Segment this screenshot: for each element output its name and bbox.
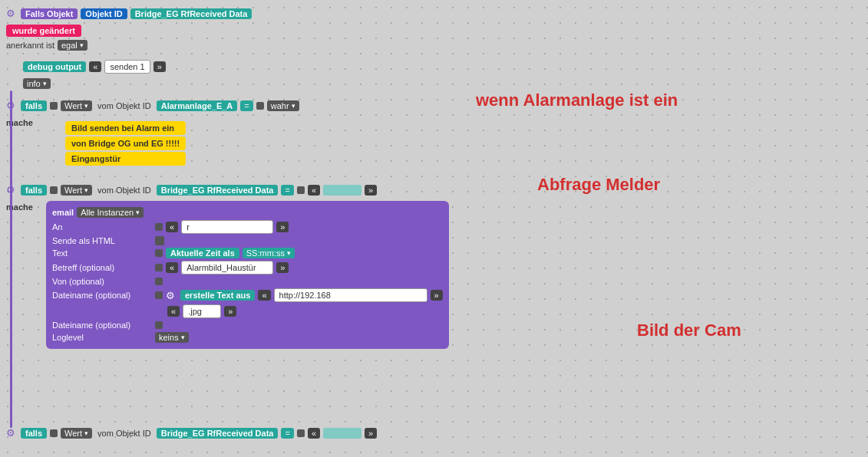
bridge-eg-data[interactable]: Bridge_EG RfReceived Data bbox=[157, 185, 279, 196]
email-label: email bbox=[52, 208, 74, 217]
quote-close-2: » bbox=[365, 185, 377, 196]
debug-output-row: debug output « senden 1 » bbox=[23, 60, 166, 74]
eingangstur-text: Eingangstür bbox=[71, 154, 120, 163]
falls2-label: falls bbox=[21, 185, 47, 196]
quote-open-3: « bbox=[308, 428, 320, 439]
connector-6 bbox=[155, 249, 163, 257]
falls2-row: ⚙ falls Wert vom Objekt ID Bridge_EG RfR… bbox=[6, 184, 377, 196]
vom-objekt-id-label3: vom Objekt ID bbox=[97, 429, 151, 438]
von-optional-row: Von (optional) bbox=[52, 277, 443, 286]
connector-5 bbox=[155, 223, 163, 231]
an-value[interactable]: r bbox=[181, 220, 273, 234]
bridge-value-empty2 bbox=[323, 428, 361, 439]
connector-3 bbox=[50, 186, 58, 194]
gear-icon-5: ⚙ bbox=[6, 427, 15, 439]
anerkannt-ist-row: anerkannt ist egal bbox=[6, 40, 87, 51]
anerkannt-dropdown[interactable]: egal bbox=[58, 40, 87, 51]
objekt-id-value[interactable]: Bridge_EG RfReceived Data bbox=[130, 8, 252, 19]
wurde-geaendert-row: wurde geändert bbox=[6, 25, 81, 37]
falls3-label: falls bbox=[21, 428, 47, 439]
quote-close-betreff: » bbox=[276, 262, 289, 273]
erstelle-text-label: erstelle Text aus bbox=[180, 290, 255, 301]
keins-dropdown[interactable]: keins bbox=[155, 332, 189, 343]
aktuelle-zeit-label: Aktuelle Zeit als bbox=[166, 248, 239, 258]
von-optional-label: Von (optional) bbox=[52, 277, 152, 286]
objekt-id-label: Objekt ID bbox=[81, 8, 127, 19]
bridge-og-eg-text: von Bridge OG und EG !!!!! bbox=[71, 139, 180, 148]
bridge-value-empty bbox=[323, 185, 361, 196]
connector-7 bbox=[155, 264, 163, 271]
info-dropdown[interactable]: info bbox=[23, 78, 51, 89]
bridge-eg-data2[interactable]: Bridge_EG RfReceived Data bbox=[157, 428, 279, 439]
loglevel-label: Loglevel bbox=[52, 333, 152, 342]
senden-value[interactable]: senden 1 bbox=[104, 60, 150, 74]
falls1-label: falls bbox=[21, 100, 47, 111]
quote-open-an: « bbox=[166, 222, 178, 232]
dateiname2-row: Dateiname (optional) bbox=[52, 321, 443, 330]
ss-mm-ss-dropdown[interactable]: SS:mm:ss bbox=[243, 248, 295, 258]
email-row: email Alle Instanzen bbox=[52, 207, 443, 218]
left-connector-bar bbox=[10, 90, 12, 198]
falls-objekt-block: ⚙ Falls Objekt Objekt ID Bridge_EG RfRec… bbox=[6, 8, 252, 19]
bild-senden-block: Bild senden bei Alarm ein von Bridge OG … bbox=[65, 121, 186, 166]
quote-open-2: « bbox=[308, 185, 320, 196]
vom-objekt-id-label2: vom Objekt ID bbox=[97, 186, 151, 195]
betreff-row: Betreff (optional) « Alarmbild_Haustür » bbox=[52, 261, 443, 275]
wert-dropdown2[interactable]: Wert bbox=[61, 185, 92, 196]
sende-html-row: Sende als HTML bbox=[52, 236, 443, 245]
connector-11 bbox=[50, 429, 58, 437]
email-block-container: email Alle Instanzen An « r » Sende als … bbox=[46, 201, 449, 349]
gear-icon-1: ⚙ bbox=[6, 8, 15, 19]
eq-symbol2: = bbox=[281, 185, 293, 196]
connector-10 bbox=[155, 321, 163, 329]
an-label: An bbox=[52, 222, 152, 232]
cam-annotation: Bild der Cam bbox=[637, 321, 741, 340]
falls3-row: ⚙ falls Wert vom Objekt ID Bridge_EG RfR… bbox=[6, 427, 377, 439]
wurde-geaendert-label: wurde geändert bbox=[6, 25, 81, 37]
alarmbild-value[interactable]: Alarmbild_Haustür bbox=[181, 261, 273, 275]
connector-2 bbox=[256, 102, 264, 110]
quote-close-an: » bbox=[276, 222, 289, 232]
http-value[interactable]: http://192.168 bbox=[274, 288, 427, 302]
quote-close-3: » bbox=[365, 428, 377, 439]
connector-9 bbox=[155, 291, 163, 299]
dateiname1-row: Dateiname (optional) ⚙ erstelle Text aus… bbox=[52, 288, 443, 302]
connector-12 bbox=[297, 429, 305, 437]
alarmanlage-id[interactable]: Alarmanlage_E_A bbox=[157, 100, 238, 111]
connector-4 bbox=[297, 186, 305, 194]
wert-dropdown3[interactable]: Wert bbox=[61, 428, 92, 439]
an-row: An « r » bbox=[52, 220, 443, 234]
betreff-label: Betreff (optional) bbox=[52, 263, 152, 272]
alle-instanzen-dropdown[interactable]: Alle Instanzen bbox=[77, 207, 144, 218]
quote-close-jpg: » bbox=[224, 306, 236, 317]
quote-open-betreff: « bbox=[166, 262, 178, 273]
quote-open-http: « bbox=[258, 290, 270, 301]
melder-annotation: Abfrage Melder bbox=[537, 175, 660, 195]
connector-1 bbox=[50, 102, 58, 110]
dateiname1-label: Dateiname (optional) bbox=[52, 291, 152, 300]
text-row: Text Aktuelle Zeit als SS:mm:ss bbox=[52, 248, 443, 258]
sende-html-checkbox[interactable] bbox=[155, 236, 164, 245]
left-connector-bar2 bbox=[10, 182, 12, 428]
gear-icon-4: ⚙ bbox=[166, 290, 175, 301]
wahr-dropdown[interactable]: wahr bbox=[267, 100, 299, 111]
quote-open-1: « bbox=[89, 61, 101, 72]
anerkannt-ist-label: anerkannt ist bbox=[6, 41, 54, 50]
jpg-row: « .jpg » bbox=[52, 304, 443, 318]
debug-output-label: debug output bbox=[23, 61, 86, 72]
text-label: Text bbox=[52, 248, 152, 258]
alarm-annotation: wenn Alarmanlage ist ein bbox=[476, 90, 678, 110]
eq-symbol: = bbox=[240, 100, 252, 111]
quote-close-1: » bbox=[153, 61, 166, 72]
connector-8 bbox=[155, 278, 163, 285]
info-row: info bbox=[23, 78, 51, 89]
eq-symbol3: = bbox=[281, 428, 293, 439]
sende-html-label: Sende als HTML bbox=[52, 236, 152, 245]
bild-senden-text: Bild senden bei Alarm ein bbox=[71, 123, 174, 133]
wert-dropdown[interactable]: Wert bbox=[61, 100, 92, 111]
dateiname2-label: Dateiname (optional) bbox=[52, 321, 152, 330]
jpg-value[interactable]: .jpg bbox=[183, 304, 221, 318]
loglevel-row: Loglevel keins bbox=[52, 332, 443, 343]
vom-objekt-id-label: vom Objekt ID bbox=[97, 101, 151, 110]
falls1-row: ⚙ falls Wert vom Objekt ID Alarmanlage_E… bbox=[6, 100, 299, 111]
